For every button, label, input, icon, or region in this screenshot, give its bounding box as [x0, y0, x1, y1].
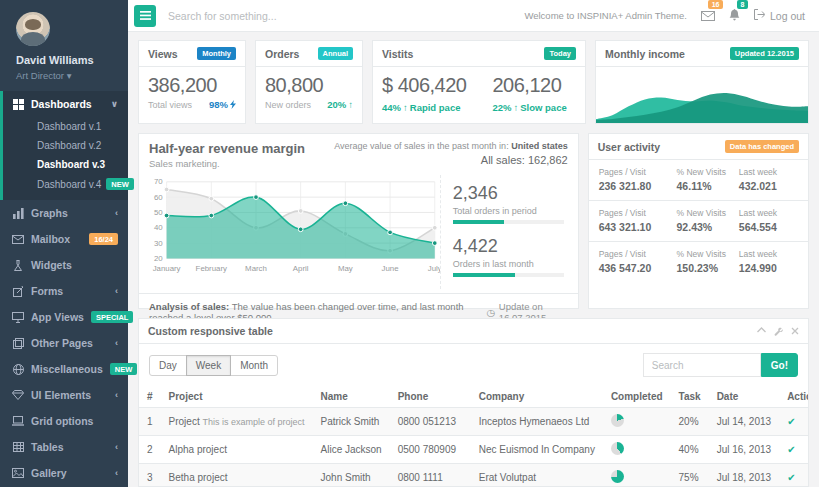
panel-title: Custom responsive table: [148, 325, 273, 337]
new-badge: NEW: [110, 363, 138, 375]
sidebar-item-dashboards[interactable]: Dashboards ∨: [3, 91, 128, 117]
globe-icon: [12, 363, 24, 375]
sidebar-item-graphs[interactable]: Graphs ‹: [0, 200, 128, 226]
sidebar-item-grid-options[interactable]: Grid options: [0, 408, 128, 434]
sidebar-item-dashboard-v4[interactable]: Dashboard v.4NEW: [3, 174, 128, 194]
orders-panel: Orders Annual 80,800 New orders 20%↑: [255, 40, 363, 124]
visits-stat-1: $ 406,420 44%↑Rapid pace: [382, 74, 466, 115]
sidebar-item-app-views[interactable]: App Views SPECIAL: [0, 304, 128, 330]
revenue-stats: 2,346 Total orders in period 4,422 Order…: [440, 175, 568, 289]
tab-month[interactable]: Month: [230, 355, 278, 376]
grid-icon: [12, 98, 24, 110]
level-up-icon: ↑: [514, 102, 519, 113]
orders-delta: 20%↑: [327, 99, 353, 110]
level-up-icon: ↑: [403, 102, 408, 113]
col-header[interactable]: Company: [471, 386, 603, 408]
check-icon[interactable]: ✔: [787, 416, 795, 427]
topbar: Welcome to INSPINIA+ Admin Theme. 16 8 L…: [128, 0, 819, 32]
copy-files-icon: [12, 337, 24, 349]
sign-out-icon: [754, 9, 765, 22]
collapse-icon[interactable]: [757, 327, 766, 336]
visits-panel: Vistits Today $ 406,420 44%↑Rapid pace 2…: [372, 40, 586, 124]
tab-week[interactable]: Week: [186, 355, 231, 376]
sidebar: David Williams Art Director ▾ Dashboards…: [0, 0, 128, 487]
table-row: 1 Project This is example of project Pat…: [139, 408, 809, 436]
sidebar-item-gallery[interactable]: Gallery ‹: [0, 460, 128, 486]
notifications-button[interactable]: 8: [729, 7, 740, 25]
activity-row: Pages / Visit236 321.80 % New Visits46.1…: [589, 160, 808, 201]
sidebar-item-miscellaneous[interactable]: Miscellaneous NEW: [0, 356, 128, 382]
projects-table: # Project Name Phone Company Completed T…: [139, 386, 809, 487]
messages-button[interactable]: 16: [701, 7, 715, 25]
panel-subtitle: Sales marketing.: [149, 158, 305, 169]
svg-text:20: 20: [154, 254, 163, 263]
chevron-left-icon: ‹: [115, 338, 118, 348]
check-icon[interactable]: ✔: [787, 444, 795, 455]
col-header[interactable]: Project: [161, 386, 313, 408]
col-header[interactable]: #: [139, 386, 161, 408]
col-header[interactable]: Date: [709, 386, 780, 408]
panel-title: Views: [148, 48, 178, 60]
wrench-icon[interactable]: [774, 327, 783, 336]
monthly-income-panel: Monthly income Updated 12.2015: [595, 40, 809, 124]
completed-pie: [611, 442, 624, 455]
check-icon[interactable]: ✔: [787, 472, 795, 483]
chevron-left-icon: ‹: [115, 286, 118, 296]
level-up-icon: ↑: [348, 99, 353, 110]
col-header[interactable]: Action: [779, 386, 809, 408]
sidebar-item-dashboard-v1[interactable]: Dashboard v.1: [3, 117, 128, 136]
pencil-square-icon: [12, 285, 24, 297]
search-input[interactable]: [168, 10, 418, 22]
table-search-input[interactable]: [643, 353, 761, 377]
go-button[interactable]: Go!: [761, 353, 798, 377]
avatar[interactable]: [16, 12, 50, 46]
monthly-badge: Monthly: [197, 47, 236, 60]
sidebar-item-mailbox[interactable]: Mailbox 16/24: [0, 226, 128, 252]
col-header[interactable]: Phone: [390, 386, 471, 408]
activity-row: Pages / Visit436 547.20 % New Visits150.…: [589, 242, 808, 282]
sidebar-toggle-button[interactable]: [134, 5, 156, 27]
sidebar-item-other-pages[interactable]: Other Pages ‹: [0, 330, 128, 356]
col-header[interactable]: Completed: [603, 386, 671, 408]
table-row: 3 Betha project John Smith 0800 1111 Era…: [139, 464, 809, 487]
close-icon[interactable]: [791, 327, 799, 336]
user-role-dropdown[interactable]: Art Director ▾: [16, 70, 114, 81]
views-panel: Views Monthly 386,200 Total views 98%: [138, 40, 246, 124]
col-header[interactable]: Task: [671, 386, 709, 408]
sidebar-item-dashboard-v2[interactable]: Dashboard v.2: [3, 136, 128, 155]
col-header[interactable]: Name: [313, 386, 390, 408]
activity-row: Pages / Visit643 321.10 % New Visits92.4…: [589, 201, 808, 242]
svg-text:January: January: [153, 264, 181, 273]
panel-title: Orders: [265, 48, 299, 60]
today-badge: Today: [544, 47, 576, 60]
views-value: 386,200: [148, 74, 236, 97]
region-name: United states: [511, 141, 568, 151]
logout-button[interactable]: Log out: [754, 9, 805, 22]
chevron-left-icon: ‹: [115, 442, 118, 452]
orders-value: 80,800: [265, 74, 353, 97]
period-tab-group: Day Week Month: [149, 355, 278, 376]
completed-pie: [611, 470, 624, 483]
sidebar-item-ui-elements[interactable]: UI Elements ‹: [0, 382, 128, 408]
sidebar-item-tables[interactable]: Tables ‹: [0, 434, 128, 460]
svg-text:30: 30: [154, 239, 163, 248]
sidebar-item-forms[interactable]: Forms ‹: [0, 278, 128, 304]
revenue-chart: 203040506070JanuaryFebruaryMarchAprilMay…: [145, 175, 440, 278]
bar-chart-icon: [12, 207, 24, 219]
notifications-count-badge: 8: [737, 0, 748, 9]
panel-title: Monthly income: [605, 48, 685, 60]
monthly-income-chart: [596, 67, 808, 123]
chevron-down-icon: ∨: [111, 99, 118, 109]
mailbox-count-badge: 16/24: [89, 233, 118, 245]
svg-text:50: 50: [154, 208, 163, 217]
visits-stat-2: 206,120 22%↑Slow pace: [492, 74, 566, 115]
sidebar-item-widgets[interactable]: Widgets: [0, 252, 128, 278]
tab-day[interactable]: Day: [149, 355, 187, 376]
panel-title: User activity: [598, 141, 660, 153]
clock-icon: ◷: [487, 307, 495, 318]
bolt-icon: [230, 100, 236, 109]
completed-pie: [611, 414, 624, 427]
orders-last-month-value: 4,422: [453, 236, 564, 257]
views-delta: 98%: [209, 99, 236, 110]
sidebar-item-dashboard-v3[interactable]: Dashboard v.3: [3, 155, 128, 174]
